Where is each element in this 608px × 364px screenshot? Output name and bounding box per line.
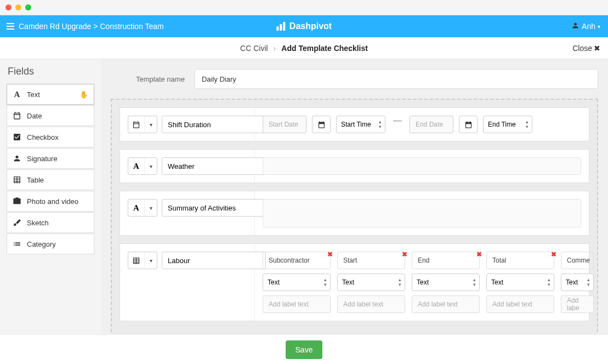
user-menu[interactable]: Anh ▾ bbox=[564, 21, 608, 31]
remove-column-button[interactable]: ✖ bbox=[476, 251, 482, 258]
start-date-input[interactable]: Start Date bbox=[263, 116, 306, 133]
column-label-input[interactable]: Add label text bbox=[263, 295, 331, 313]
column-type-select[interactable]: Text▴▾ bbox=[337, 274, 405, 291]
window-minimize-dot[interactable] bbox=[15, 4, 21, 10]
field-palette-label: Category bbox=[27, 240, 94, 248]
sidebar-title: Fields bbox=[7, 66, 94, 77]
field-row-shift-duration[interactable]: ▾ Start Date Start Time▴▾ — End Date End… bbox=[120, 107, 589, 141]
field-palette-item-table[interactable]: Table bbox=[7, 169, 94, 190]
field-palette-item-check[interactable]: Checkbox bbox=[7, 127, 94, 147]
text-field-input[interactable] bbox=[263, 199, 581, 228]
field-name-input[interactable] bbox=[162, 116, 266, 133]
column-header-input[interactable]: Start bbox=[337, 252, 405, 269]
column-type-select[interactable]: Text▴▾ bbox=[412, 274, 480, 291]
caret-down-icon: ▾ bbox=[598, 24, 600, 30]
end-time-select[interactable]: End Time▴▾ bbox=[483, 116, 532, 133]
list-icon bbox=[7, 240, 27, 248]
text-icon: A bbox=[128, 200, 145, 216]
page-crumbbar: CC Civil › Add Template Checklist Close … bbox=[0, 37, 608, 59]
end-date-picker-button[interactable] bbox=[459, 116, 478, 133]
table-icon bbox=[128, 252, 145, 269]
brand-logo: Dashpivot bbox=[276, 21, 332, 31]
end-date-input[interactable]: End Date bbox=[410, 116, 453, 133]
footer-bar: Save bbox=[0, 334, 608, 364]
template-name-label: Template name bbox=[136, 75, 185, 83]
column-label-input[interactable]: Add labe bbox=[561, 295, 594, 313]
table-icon bbox=[7, 175, 27, 184]
crumb-current: Add Template Checklist bbox=[281, 44, 368, 53]
grab-icon: ✋ bbox=[79, 90, 88, 99]
field-type-button[interactable]: A ▾ bbox=[128, 157, 157, 175]
table-column: ✖SubcontractorText▴▾Add label text bbox=[263, 252, 331, 313]
hamburger-menu-icon[interactable] bbox=[7, 23, 14, 30]
caret-down-icon: ▾ bbox=[145, 122, 157, 128]
column-label-input[interactable]: Add label text bbox=[412, 295, 480, 313]
close-button[interactable]: Close ✖ bbox=[572, 44, 600, 53]
window-zoom-dot[interactable] bbox=[25, 4, 31, 10]
field-palette-label: Sketch bbox=[27, 219, 94, 227]
field-palette-item-list[interactable]: Category bbox=[7, 234, 94, 254]
field-row-summary[interactable]: A ▾ bbox=[120, 191, 589, 236]
field-palette-label: Table bbox=[27, 176, 94, 184]
text-field-input[interactable] bbox=[263, 157, 581, 175]
field-row-labour[interactable]: ▾ ✖SubcontractorText▴▾Add label text✖Sta… bbox=[120, 243, 589, 321]
field-palette-item-calendar[interactable]: Date bbox=[7, 105, 94, 126]
field-palette-item-camera[interactable]: Photo and video bbox=[7, 191, 94, 212]
user-name: Anh bbox=[582, 22, 595, 31]
column-label-input[interactable]: Add label text bbox=[486, 295, 554, 313]
builder-dropzone[interactable]: ▾ Start Date Start Time▴▾ — End Date End… bbox=[111, 99, 598, 334]
field-name-input[interactable] bbox=[162, 199, 266, 217]
stepper-icon: ▴▾ bbox=[473, 277, 476, 287]
column-type-select[interactable]: Text▴▾ bbox=[263, 274, 331, 291]
field-type-button[interactable]: ▾ bbox=[128, 116, 157, 133]
remove-column-button[interactable]: ✖ bbox=[551, 251, 556, 258]
stepper-icon: ▴▾ bbox=[548, 277, 550, 287]
column-header-input[interactable]: Comme bbox=[561, 252, 594, 269]
field-palette-label: Text bbox=[27, 90, 79, 99]
user-icon bbox=[7, 154, 27, 163]
check-icon bbox=[7, 133, 27, 141]
range-dash: — bbox=[391, 116, 404, 126]
stepper-icon: ▴▾ bbox=[399, 277, 401, 287]
remove-column-button[interactable]: ✖ bbox=[327, 251, 333, 258]
start-time-select[interactable]: Start Time▴▾ bbox=[336, 116, 385, 133]
project-breadcrumb[interactable]: Camden Rd Upgrade > Construction Team bbox=[19, 22, 164, 31]
camera-icon bbox=[7, 197, 27, 206]
field-palette-item-brush[interactable]: Sketch bbox=[7, 212, 94, 233]
window-close-dot[interactable] bbox=[5, 4, 12, 10]
window-titlebar bbox=[0, 0, 608, 15]
chevron-right-icon: › bbox=[274, 44, 276, 53]
field-type-button[interactable]: A ▾ bbox=[128, 199, 157, 217]
column-label-input[interactable]: Add label text bbox=[337, 295, 405, 313]
template-name-input[interactable] bbox=[195, 69, 598, 89]
column-header-input[interactable]: Total bbox=[486, 252, 554, 269]
field-palette-item-text[interactable]: AText✋ bbox=[7, 84, 94, 105]
start-date-picker-button[interactable] bbox=[312, 116, 331, 133]
stepper-icon: ▴▾ bbox=[324, 277, 327, 287]
text-icon: A bbox=[128, 158, 145, 174]
brand-name: Dashpivot bbox=[289, 21, 332, 31]
remove-column-button[interactable]: ✖ bbox=[402, 251, 407, 258]
calendar-icon bbox=[128, 116, 145, 133]
field-palette-label: Photo and video bbox=[27, 197, 94, 206]
calendar-icon bbox=[7, 111, 27, 120]
crumb-parent[interactable]: CC Civil bbox=[240, 44, 268, 53]
table-column: ✖StartText▴▾Add label text bbox=[337, 252, 405, 313]
table-column: ✖EndText▴▾Add label text bbox=[412, 252, 480, 313]
bars-icon bbox=[276, 22, 285, 31]
column-type-select[interactable]: Text▴▾ bbox=[561, 274, 594, 291]
field-type-button[interactable]: ▾ bbox=[128, 252, 157, 269]
user-icon bbox=[571, 21, 579, 31]
fields-sidebar: Fields AText✋DateCheckboxSignatureTableP… bbox=[0, 59, 101, 334]
field-name-input[interactable] bbox=[162, 252, 266, 269]
table-column: ✖TotalText▴▾Add label text bbox=[486, 252, 554, 313]
column-header-input[interactable]: End bbox=[412, 252, 480, 269]
save-button[interactable]: Save bbox=[286, 340, 323, 359]
brush-icon bbox=[7, 218, 27, 227]
field-name-input[interactable] bbox=[162, 157, 266, 175]
field-row-weather[interactable]: A ▾ bbox=[120, 149, 589, 183]
column-header-input[interactable]: Subcontractor bbox=[263, 252, 331, 269]
close-icon: ✖ bbox=[594, 44, 600, 53]
field-palette-item-user[interactable]: Signature bbox=[7, 148, 94, 169]
column-type-select[interactable]: Text▴▾ bbox=[486, 274, 554, 291]
